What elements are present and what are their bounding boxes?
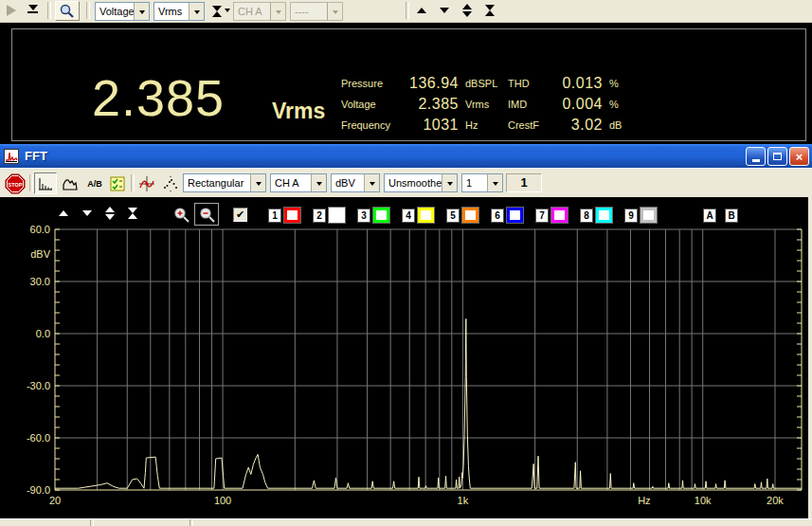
stat-value: 3.02	[546, 117, 603, 134]
range-up-icon[interactable]	[417, 8, 426, 13]
compress-range-icon[interactable]	[212, 6, 222, 17]
stop-button[interactable]: STOP	[4, 172, 27, 194]
fft-graph-panel: ✔ 1 2 3 4 5 6 7 8 9 A B 60.030.00.0-30.0…	[0, 197, 808, 518]
ab-compare-button[interactable]: A/B	[83, 172, 106, 194]
x-tick-label: 100	[214, 495, 231, 506]
chevron-down-icon[interactable]	[225, 9, 230, 15]
meter-stats-table: Pressure 136.94 dBSPL THD 0.013 % Voltag…	[341, 73, 627, 136]
stat-value: 2.385	[398, 96, 459, 113]
range-down-icon[interactable]	[440, 8, 449, 13]
triangle-down-glyph	[462, 11, 472, 17]
combo-dropdown-arrow	[487, 174, 502, 191]
minimize-button[interactable]	[746, 147, 766, 166]
maximize-button[interactable]	[767, 147, 787, 166]
stat-label: THD	[508, 78, 546, 89]
fft-unit-combo[interactable]: dBV	[331, 173, 380, 192]
x-tick-label: 1k	[458, 495, 469, 506]
combo-value: Vrms	[154, 6, 189, 17]
stat-label: Voltage	[341, 99, 398, 110]
combo-dropdown-arrow	[250, 174, 265, 191]
measure-type-combo[interactable]: Voltage	[95, 2, 150, 21]
fft-averages-combo[interactable]: 1	[461, 173, 503, 192]
stat-label: Pressure	[341, 78, 398, 89]
y-tick-label: -30.0	[27, 380, 50, 391]
fft-toolbar: STOP A/B	[0, 168, 812, 198]
fft-window-titlebar[interactable]: FFT	[0, 144, 812, 168]
combo-dropdown-arrow	[311, 174, 326, 191]
combo-dropdown-arrow	[364, 174, 379, 191]
spectrum-view-button[interactable]	[34, 172, 57, 194]
triangle-up-glyph	[212, 11, 222, 17]
fft-window-combo[interactable]: Rectangular	[183, 173, 266, 192]
combo-value: Unsmoothed	[385, 177, 442, 189]
peak-markers-button[interactable]	[159, 172, 182, 194]
run-icon[interactable]	[7, 5, 16, 16]
y-tick-label: 0.0	[36, 328, 50, 339]
stat-unit: Hz	[459, 119, 508, 131]
bar-glyph	[27, 11, 38, 13]
compress-range-icon[interactable]	[485, 5, 495, 16]
level-meter-panel: 2.385 Vrms Pressure 136.94 dBSPL THD 0.0…	[0, 23, 812, 144]
stat-unit: %	[603, 99, 627, 110]
combo-value: ----	[291, 6, 327, 17]
spectrum-icon	[37, 176, 54, 191]
fft-window-icon	[4, 149, 19, 164]
channel-combo[interactable]: CH A	[233, 2, 286, 21]
measure-unit-combo[interactable]: Vrms	[153, 2, 205, 21]
stat-value: 1031	[398, 117, 459, 134]
combo-value: Rectangular	[184, 177, 250, 189]
combo-value: CH A	[271, 177, 311, 189]
minimize-icon	[752, 159, 760, 162]
expand-range-icon[interactable]	[462, 4, 472, 17]
stat-unit: Vrms	[459, 99, 508, 110]
combo-value: dBV	[332, 177, 364, 189]
combo-dropdown-arrow	[134, 3, 149, 20]
x-tick-label: 10k	[695, 495, 712, 506]
y-tick-label: 30.0	[30, 276, 50, 287]
dotted-peak-icon	[161, 175, 180, 192]
maximize-icon	[773, 153, 782, 160]
axis-labels: 60.030.00.0-30.0-60.0-90.0dBV201001kHz10…	[27, 224, 784, 506]
plot-grid	[55, 229, 802, 490]
stop-icon: STOP	[5, 173, 26, 194]
calibration-button[interactable]	[135, 172, 158, 194]
stat-unit: %	[603, 78, 627, 89]
triangle-up-glyph	[462, 4, 472, 9]
statusbar-divider	[189, 519, 193, 526]
close-icon: ×	[796, 151, 803, 163]
status-bar	[0, 518, 812, 526]
magnifier-button[interactable]	[55, 1, 80, 21]
octave-view-button[interactable]	[59, 172, 81, 194]
crosshair-curve-icon	[137, 175, 156, 192]
y-axis-unit-label: dBV	[30, 248, 50, 260]
combo-dropdown-arrow	[270, 3, 285, 20]
stat-value: 136.94	[398, 75, 459, 92]
fft-smoothing-combo[interactable]: Unsmoothed	[384, 173, 458, 192]
stat-unit: dB	[603, 119, 627, 131]
combo-dropdown-arrow	[189, 3, 204, 20]
svg-text:STOP: STOP	[9, 181, 23, 187]
magnifier-icon	[59, 3, 76, 20]
window-title: FFT	[25, 149, 47, 163]
spectrum-trace	[55, 318, 802, 488]
toolbar-separator	[86, 2, 90, 19]
fit-bottom-icon[interactable]	[27, 5, 38, 13]
stat-value: 0.004	[546, 96, 603, 113]
toolbar-separator	[29, 174, 33, 191]
y-tick-label: -90.0	[27, 484, 50, 496]
fft-channel-combo[interactable]: CH A	[270, 173, 327, 192]
app-screen: Voltage Vrms CH A ----	[0, 0, 812, 526]
stat-label: Frequency	[341, 119, 398, 131]
checklist-icon	[110, 176, 125, 191]
toolbar-separator	[131, 174, 135, 191]
stat-label: CrestF	[508, 119, 546, 131]
setup-checklist-button[interactable]	[106, 172, 129, 194]
triangle-down-glyph	[28, 5, 38, 10]
range-combo[interactable]: ----	[290, 2, 343, 21]
combo-value: 1	[462, 177, 487, 189]
toolbar-separator	[47, 2, 51, 19]
fft-plot[interactable]: 60.030.00.0-30.0-60.0-90.0dBV201001kHz10…	[0, 197, 812, 518]
y-tick-label: 60.0	[30, 224, 50, 235]
main-toolbar: Voltage Vrms CH A ----	[0, 0, 812, 23]
close-button[interactable]: ×	[789, 147, 809, 166]
